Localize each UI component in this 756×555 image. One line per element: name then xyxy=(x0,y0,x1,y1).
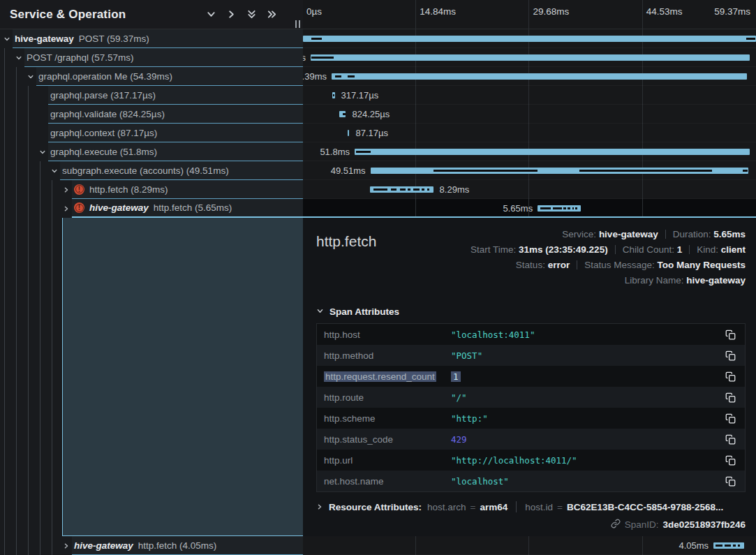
indent-guides xyxy=(0,536,61,555)
span-attributes-header[interactable]: Span Attributes xyxy=(316,306,746,317)
attribute-key: http.host xyxy=(324,330,451,340)
span-tree-item[interactable]: graphql.operation Me (54.39ms) xyxy=(0,67,303,86)
duration-label: 824.25µs xyxy=(352,109,390,119)
span-label: graphql.operation Me (54.39ms) xyxy=(36,67,303,86)
meta-divider xyxy=(689,245,690,254)
indent-guides xyxy=(0,199,61,218)
span-tree-item[interactable]: hive-gatewayPOST (59.37ms) xyxy=(0,29,303,48)
span-label: graphql.execute (51.8ms) xyxy=(48,142,303,161)
span-bar[interactable] xyxy=(370,186,433,193)
timeline-axis: 0µs14.84ms29.68ms44.53ms59.37ms xyxy=(303,0,756,29)
span-label: graphql.parse (317.17µs) xyxy=(48,86,303,105)
timeline-cell[interactable]: 51.8ms xyxy=(303,142,756,161)
timeline-cell[interactable]: 57.57ms xyxy=(303,48,756,67)
copy-icon[interactable] xyxy=(721,472,739,490)
timeline-cell[interactable]: 8.29ms xyxy=(303,180,756,199)
child-span-mark xyxy=(311,38,323,40)
span-bar[interactable] xyxy=(348,130,349,136)
timeline-cell[interactable]: 4.05ms xyxy=(303,536,756,555)
child-span-mark xyxy=(746,38,755,40)
timeline-cell[interactable] xyxy=(303,29,756,48)
attribute-row[interactable]: net.host.name"localhost" xyxy=(317,471,745,491)
resource-attributes-row[interactable]: Resource Attributes:host.arch=arm64host.… xyxy=(316,501,746,512)
chevron-right-icon[interactable] xyxy=(223,7,239,22)
attribute-row[interactable]: http.scheme"http:" xyxy=(317,408,745,429)
span-tree-item[interactable]: graphql.validate (824.25µs) xyxy=(0,105,303,124)
span-bar[interactable] xyxy=(713,542,744,549)
chevron-right-icon[interactable] xyxy=(61,536,72,555)
chevron-down-icon[interactable] xyxy=(49,161,60,180)
chevron-down-icon[interactable] xyxy=(37,142,48,161)
operation-name: http.fetch (8.29ms) xyxy=(89,184,168,195)
span-bar[interactable] xyxy=(332,92,334,98)
span-tree-item[interactable]: graphql.context (87.17µs) xyxy=(0,124,303,142)
chevron-down-icon[interactable] xyxy=(203,7,218,22)
span-tree-item[interactable]: graphql.parse (317.17µs) xyxy=(0,86,303,105)
child-span-mark xyxy=(572,207,574,209)
chevron-down-icon[interactable] xyxy=(1,29,13,48)
timeline-cell[interactable]: 5.65ms xyxy=(303,199,756,218)
timeline-cell[interactable]: 49.51ms xyxy=(303,161,756,180)
operation-name: subgraph.execute (accounts) (49.51ms) xyxy=(62,165,229,176)
span-bar[interactable] xyxy=(303,36,756,42)
span-bar[interactable] xyxy=(355,149,750,155)
attribute-row[interactable]: http.status_code429 xyxy=(317,429,745,450)
tree-indent-guides xyxy=(0,218,62,536)
span-tree-item[interactable]: hive-gatewayhttp.fetch (4.05ms) xyxy=(0,536,303,555)
attribute-row[interactable]: http.method"POST" xyxy=(317,345,745,366)
copy-icon[interactable] xyxy=(721,430,739,448)
timeline-cell[interactable]: 824.25µs xyxy=(303,105,756,124)
attribute-row[interactable]: http.route"/" xyxy=(317,387,745,408)
chevrons-down-icon[interactable] xyxy=(244,7,259,22)
chevrons-right-icon[interactable] xyxy=(264,7,279,22)
meta-value: 31ms (23:35:49.225) xyxy=(519,244,608,255)
meta-value: error xyxy=(548,260,570,270)
chevron-down-icon[interactable] xyxy=(13,48,24,67)
operation-name: POST (59.37ms) xyxy=(79,34,149,44)
copy-icon[interactable] xyxy=(721,367,739,385)
span-row: subgraph.execute (accounts) (49.51ms)49.… xyxy=(0,161,756,180)
indent-guides xyxy=(0,67,25,86)
span-bar[interactable] xyxy=(332,73,747,80)
copy-icon[interactable] xyxy=(721,451,739,469)
timeline-cell[interactable]: 317.17µs xyxy=(303,86,756,105)
timeline-cell[interactable]: 54.39ms xyxy=(303,67,756,86)
span-bar[interactable] xyxy=(311,54,750,61)
chevron-right-icon[interactable] xyxy=(61,180,72,199)
copy-icon[interactable] xyxy=(721,409,739,427)
span-tree-item[interactable]: hive-gatewayhttp.fetch (5.65ms) xyxy=(0,199,303,218)
child-span-mark xyxy=(373,188,387,191)
child-span-mark xyxy=(422,188,424,191)
span-id-row: SpanID: 3de02518937fb246 xyxy=(316,519,746,531)
copy-icon[interactable] xyxy=(721,346,739,364)
span-id-label: SpanID: xyxy=(625,519,659,530)
span-tree-item[interactable]: graphql.execute (51.8ms) xyxy=(0,142,303,161)
link-icon[interactable] xyxy=(611,519,621,531)
child-span-mark xyxy=(553,207,561,209)
chevron-down-icon[interactable] xyxy=(25,67,36,86)
drag-handle-icon[interactable] xyxy=(295,20,300,28)
leaf-spacer xyxy=(37,105,48,124)
attribute-row[interactable]: http.host"localhost:4011" xyxy=(317,324,745,345)
span-row: graphql.execute (51.8ms)51.8ms xyxy=(0,142,756,161)
copy-icon[interactable] xyxy=(721,325,739,343)
attribute-key: http.status_code xyxy=(324,434,451,445)
timeline-cell[interactable]: 87.17µs xyxy=(303,124,756,142)
span-tree-item[interactable]: POST /graphql (57.57ms) xyxy=(0,48,303,67)
operation-name: graphql.operation Me (54.39ms) xyxy=(38,71,172,82)
expanded-span-area[interactable] xyxy=(62,218,303,536)
copy-icon[interactable] xyxy=(721,388,739,406)
attribute-key: http.request.resend_count xyxy=(324,371,451,382)
span-tree-item[interactable]: http.fetch (8.29ms) xyxy=(0,180,303,199)
span-bar[interactable] xyxy=(538,205,581,212)
span-tree-item[interactable]: subgraph.execute (accounts) (49.51ms) xyxy=(0,161,303,180)
duration-label: 49.51ms xyxy=(331,165,366,176)
child-span-mark xyxy=(391,188,396,191)
span-bar[interactable] xyxy=(339,111,346,117)
meta-line: Status: errorStatus Message: Too Many Re… xyxy=(470,258,746,273)
span-attributes-title: Span Attributes xyxy=(329,306,399,317)
chevron-right-icon[interactable] xyxy=(61,199,72,218)
attribute-row[interactable]: http.request.resend_count1 xyxy=(317,366,745,387)
span-bar[interactable] xyxy=(371,168,748,174)
attribute-row[interactable]: http.url"http://localhost:4011/" xyxy=(317,450,745,471)
